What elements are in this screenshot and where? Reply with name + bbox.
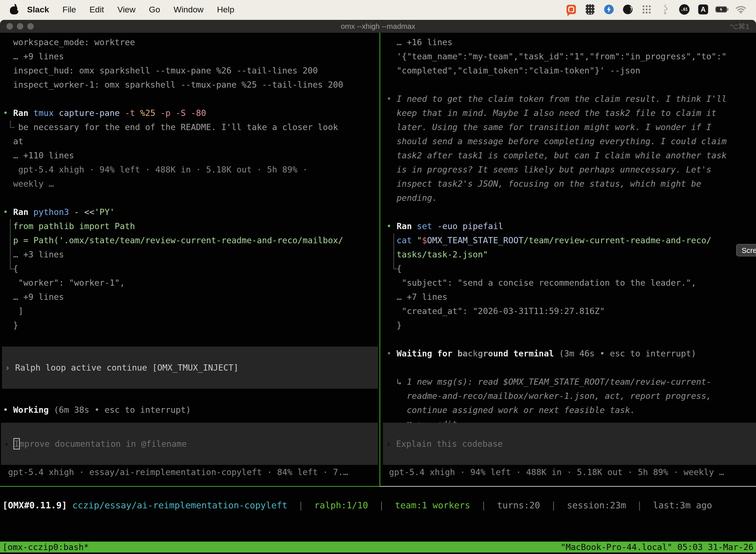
terminal-line: "worker": "worker-1", [3,276,379,290]
terminal-line [3,332,379,346]
terminal-line: … +16 lines [386,35,756,49]
terminal-line: inspect_hud: omx sparkshell --tmux-pane … [3,63,379,78]
battery-percent-badge-icon[interactable]: ..61 [678,3,691,16]
terminal-line: tasks/task-2.json" [386,247,756,262]
apple-icon[interactable] [10,4,19,15]
terminal-line: ↳ 1 new msg(s): read $OMX_TEAM_STATE_ROO… [386,375,756,389]
omx-status-segment: last:3m ago [653,500,712,510]
prompt-input[interactable]: › Ralph loop active continue [OMX_TMUX_I… [2,346,378,389]
tmux-session-window-label[interactable]: [omx-cczip0:bash* [2,542,89,552]
active-pane-border [0,486,380,487]
prompt-chevron: › [386,439,396,449]
pane-worker-1: … +16 lines '{"team_name":"my-team","tas… [381,33,756,486]
omx-session-status-line: [OMX#0.11.9] cczip/essay/ai-reimplementa… [2,498,712,512]
omx-status-segment: session:23m [567,500,626,510]
terminal-line: is in progress? It seems likely but perh… [386,163,756,177]
dots-grid-icon[interactable] [640,3,653,16]
tmux-status-bar: [omx-cczip0:bash* "MacBook-Pro-44.local"… [0,542,756,553]
terminal-line: gpt-5.4 xhigh · 94% left · 488K in · 5.1… [3,163,379,177]
terminal-line: readme-and-reco/mailbox/worker-1.json, a… [386,389,756,403]
omx-status-segment: ralph:1/10 [314,500,368,510]
omx-status-segment: [OMX#0.11.9] [2,500,67,510]
terminal-line [3,389,379,403]
window-title: omx --xhigh --madmax [0,22,756,31]
terminal-line: inspect task2's JSON, focusing on the st… [386,177,756,191]
terminal-line [386,332,756,346]
terminal-line: • Working (6m 38s • esc to interrupt) [3,403,379,417]
window-shortcut-badge: ⌥⌘1 [730,22,750,31]
omx-status-segment: | [368,500,395,510]
terminal-line: … +3 lines [3,247,379,262]
pane-divider[interactable] [379,33,380,487]
pending-command-text: Ralph loop active continue [OMX_TMUX_INJ… [15,363,239,373]
prompt-input[interactable]: › Explain this codebase [383,423,756,465]
terminal-line: • Ran python3 - <<'PY' [3,205,379,219]
menu-item-go[interactable]: Go [142,5,167,14]
prompt-input[interactable]: › Improve documentation in @filename [1,423,378,465]
inactive-pane-border [380,486,756,487]
terminal-line: weekly … [3,177,379,191]
terminal-line: later. Using the same for transition mig… [386,120,756,134]
omx-status-segment [67,500,72,510]
terminal-line: "subject": "send a concise recommendatio… [386,276,756,290]
crescent-app-icon[interactable] [621,3,634,16]
terminal-line [386,78,756,92]
terminal-line: … +110 lines [3,149,379,163]
terminal-line: } [3,318,379,332]
omx-status-segment: team:1 workers [395,500,470,510]
terminal-line: "created_at": "2026-03-31T11:59:27.816Z" [386,304,756,318]
omx-status-segment: | [470,500,497,510]
terminal-line [386,361,756,375]
output-corner-guide [10,121,15,128]
menu-item-view[interactable]: View [111,5,142,14]
chat-badge-icon[interactable] [565,3,578,16]
menu-items: SlackFileEditViewGoWindowHelp [20,5,241,14]
menu-item-slack[interactable]: Slack [20,5,56,14]
pane-hud: workspace_mode: worktree … +9 lines insp… [0,33,379,486]
omx-status-segment: | [626,500,653,510]
terminal-line: from pathlib import Path [3,219,379,233]
tooltip-label: Scre [742,246,756,255]
terminal-line [386,205,756,219]
wifi-icon[interactable] [734,3,748,16]
menu-item-edit[interactable]: Edit [83,5,111,14]
terminal-line: ] [3,304,379,318]
battery-icon[interactable] [715,3,729,16]
terminal-line: at [3,134,379,149]
omx-status-segment: cczip/essay/ai-reimplementation-copyleft [72,500,288,510]
menu-item-window[interactable]: Window [167,5,210,14]
window-titlebar[interactable]: omx --xhigh --madmax ⌥⌘1 [0,20,756,33]
terminal-line: inspect_worker-1: omx sparkshell --tmux-… [3,78,379,92]
placeholder-text: Explain this codebase [396,439,503,449]
terminal-line: continue assigned work or next feasible … [386,403,756,417]
screen-share-tooltip: Scre [736,244,756,257]
terminal-line: should send a message before completing … [386,134,756,149]
terminal-line: workspace_mode: worktree [3,35,379,49]
hook-app-icon[interactable] [659,3,672,16]
placeholder-text: Improve documentation in @filename [14,439,187,449]
menu-bar: SlackFileEditViewGoWindowHelp ..61A [0,0,756,19]
terminal-line: • Waiting for background terminal (3m 46… [386,346,756,361]
terminal-line: • I need to get the claim token from the… [386,92,756,106]
prompt-chevron: › [5,363,15,373]
menu-bar-status-icons: ..61A [559,3,756,16]
terminal-line: be necessary for the end of the README. … [3,120,379,134]
output-indent-guide [393,233,398,269]
input-source-icon[interactable]: A [696,3,710,16]
terminal-content: workspace_mode: worktree … +9 lines insp… [0,33,756,554]
model-status-line: gpt-5.4 xhigh · 94% left · 488K in · 5.1… [384,465,756,479]
terminal-line: task2 after task1 is complete, but can I… [386,149,756,163]
terminal-line: • Ran set -euo pipefail [386,219,756,233]
terminal-line: keep that in mind. Maybe I also need the… [386,106,756,120]
omx-status-segment: | [540,500,567,510]
terminal-line [3,92,379,106]
terminal-line: … +7 lines [386,290,756,304]
shield-grid-icon[interactable] [583,3,597,16]
menu-item-file[interactable]: File [56,5,83,14]
terminal-line: { [386,262,756,276]
menu-item-help[interactable]: Help [210,5,241,14]
terminal-line: '{"team_name":"my-team","task_id":"1","f… [386,49,756,63]
terminal-line: … +9 lines [3,49,379,63]
terminal-line: pending. [386,191,756,205]
blue-bolt-app-icon[interactable] [602,3,616,16]
